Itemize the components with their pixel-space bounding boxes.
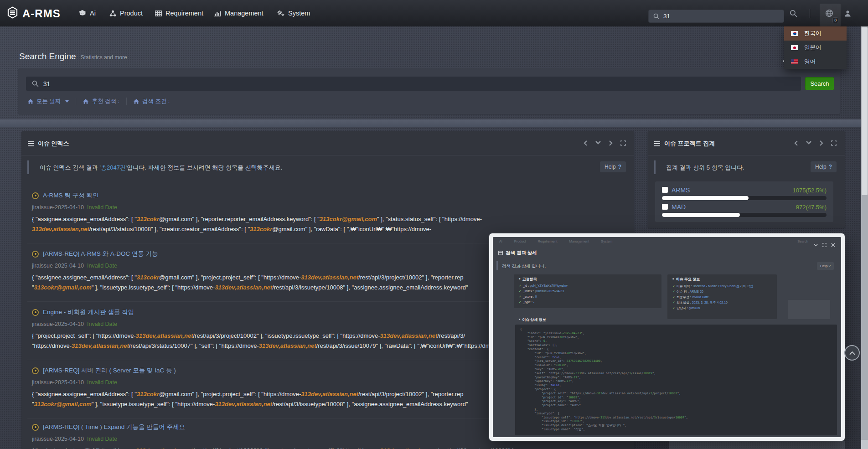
nav-item-ai[interactable]: Ai (78, 0, 96, 26)
issue-title-link[interactable]: A-RMS 팀 구성 확인 (32, 191, 98, 200)
progress-bar-track (662, 213, 827, 217)
field-label: 담당자 : (677, 306, 689, 310)
chevron-left-icon[interactable] (794, 140, 798, 146)
field-row: ✓이슈 제목 : Backend - Middle Proxy Redis 초기… (672, 284, 753, 289)
search-filter[interactable]: 모든 날짜 (28, 98, 69, 105)
gears-icon (277, 10, 284, 16)
issue-type-icon (32, 309, 39, 316)
nav-item-requirement[interactable]: Requirement (155, 0, 203, 26)
result-count-link[interactable]: '총2047건' (99, 164, 127, 171)
chevron-right-icon[interactable] (609, 140, 613, 146)
aggregate-results-box: ARMS1075(52.5%)MAD972(47.5%) (655, 181, 833, 222)
nav-item-management[interactable]: Management (214, 0, 264, 26)
app-logo[interactable]: A-RMS (6, 6, 61, 21)
scrollbar-thumb[interactable] (862, 27, 868, 195)
language-option-us[interactable]: 영어 (784, 55, 847, 69)
invalid-date-badge: Invalid Date (87, 379, 117, 386)
home-icon (28, 99, 33, 104)
scroll-to-top-button[interactable] (844, 345, 860, 361)
filter-separator (126, 98, 127, 105)
search-panel: Search 모든 날짜추천 검색 :검색 조건 : (18, 68, 840, 114)
language-label: 일본어 (804, 44, 822, 52)
ghost-nav: AiProductRequirementManagementSystem (499, 239, 612, 243)
field-row: ✓_score : 0 (519, 295, 537, 299)
issue-title-link[interactable]: Engine - 비회원 게시판 샘플 작업 (32, 308, 134, 316)
modal-message: 검색 결과 상세 입니다. (502, 263, 546, 269)
field-row: ✓_id : puN_YZYBaKa70Yiqwshw (519, 284, 568, 288)
issue-title-text: [ARMS-REQ] ( Time ) Expand 기능을 만들어 주세요 (43, 423, 185, 431)
checkbox[interactable] (662, 204, 668, 210)
issue-title-text: [ARMS-REQ] A-RMS 와 A-DOC 연동 기능 (43, 250, 158, 258)
check-icon: ✓ (519, 289, 522, 293)
check-icon: ✓ (672, 301, 675, 304)
issue-detail-json-box: { "index": "jiraissue-2025-04-23", "id":… (515, 325, 837, 435)
language-label: 한국어 (804, 30, 822, 37)
project-label[interactable]: ARMS (672, 186, 690, 194)
home-icon (83, 99, 88, 104)
language-option-jp[interactable]: 일본어 (784, 41, 847, 55)
ghost-nav-item: Ai (499, 239, 502, 243)
issue-index-name: jiraissue-2025-04-10 (32, 436, 84, 442)
page-title: Search Engine Statistics and more (19, 52, 127, 62)
filter-separator (76, 98, 76, 105)
checkbox[interactable] (662, 187, 668, 193)
expand-icon[interactable] (822, 243, 827, 247)
field-label: _id : (523, 284, 530, 287)
table-icon (155, 10, 162, 16)
nav-search-input[interactable] (663, 13, 779, 20)
nav-item-product[interactable]: Product (109, 0, 143, 26)
nav-item-label: System (288, 10, 310, 17)
bullet-icon: * (672, 277, 674, 282)
nav-item-system[interactable]: System (277, 0, 310, 26)
check-icon: ✓ (519, 295, 522, 298)
bar-chart-icon (214, 10, 221, 16)
project-count-value: 972(47.5%) (796, 204, 827, 211)
collapse-icon[interactable] (814, 243, 818, 247)
issue-title-link[interactable]: [ARMS-REQ] 서버 관리 ( Server 모듈 및 IaC 등 ) (32, 366, 176, 375)
close-icon[interactable] (831, 243, 835, 247)
language-dropdown: 한국어일본어영어 (784, 26, 847, 69)
main-search-box (26, 77, 801, 91)
decorative-band (0, 119, 868, 127)
help-button[interactable]: Help ? (817, 262, 834, 270)
chevron-right-icon[interactable] (819, 140, 823, 146)
kr-flag-icon (791, 31, 798, 36)
search-submit-button[interactable]: Search (805, 77, 834, 90)
issue-index-name: jiraissue-2025-04-10 (32, 321, 84, 327)
language-option-kr[interactable]: 한국어 (784, 26, 847, 41)
filter-label: 모든 날짜 (36, 98, 61, 105)
search-button-icon[interactable] (790, 0, 797, 26)
search-filter[interactable]: 추천 검색 : (83, 98, 119, 105)
project-label[interactable]: MAD (672, 203, 686, 211)
field-label: 최초생성 : (677, 301, 692, 304)
help-button[interactable]: Help? (811, 161, 837, 172)
expand-icon[interactable] (620, 140, 626, 146)
progress-bar-track (662, 196, 827, 200)
ghost-nav-item: Product (514, 239, 526, 243)
panel-divider (648, 155, 845, 155)
chevron-down-icon[interactable] (806, 140, 811, 146)
help-button[interactable]: Help? (600, 161, 626, 172)
field-label: _index : (523, 289, 535, 293)
issue-title-link[interactable]: [ARMS-REQ] A-RMS 와 A-DOC 연동 기능 (32, 250, 158, 258)
user-icon[interactable] (844, 0, 851, 26)
invalid-date-badge: Invalid Date (87, 436, 117, 442)
search-filter[interactable]: 검색 조건 : (134, 98, 170, 105)
ghost-nav-item: Management (569, 239, 589, 243)
issue-title-link[interactable]: [ARMS-REQ] ( Time ) Expand 기능을 만들어 주세요 (32, 423, 185, 431)
modal-window-controls (814, 243, 835, 247)
expand-icon[interactable] (831, 140, 837, 146)
field-value: 2025. 3. 28. 오후 4:02:10 (692, 301, 728, 304)
jp-flag-icon (791, 45, 798, 50)
issue-index-title: 이슈 인덱스 (28, 139, 69, 148)
detail-window-icon (498, 251, 503, 255)
arms-logo-icon (6, 6, 19, 21)
field-label: _type : (523, 300, 533, 304)
field-value: - (533, 300, 534, 304)
nav-item-label: Requirement (165, 10, 203, 17)
main-search-input[interactable] (43, 80, 795, 88)
chevron-left-icon[interactable] (584, 140, 588, 146)
field-value: puN_YZYBaKa70Yiqwshw (530, 284, 568, 287)
modal-content: AiProductRequirementManagementSystem Sea… (493, 237, 841, 437)
chevron-down-icon[interactable] (595, 140, 601, 146)
